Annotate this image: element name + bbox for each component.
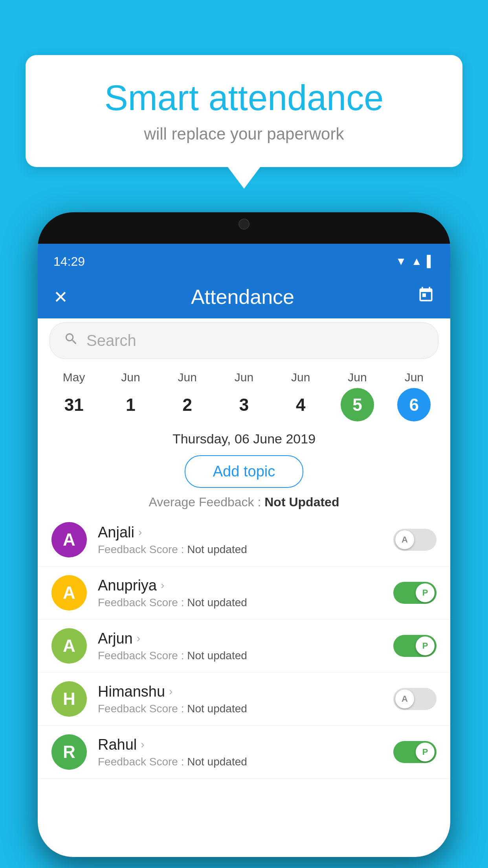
attendance-toggle[interactable]: A (393, 688, 437, 710)
toggle-knob: P (416, 583, 435, 602)
phone-frame: 14:29 ▼ ▲ ▌ ✕ Attendance S (38, 212, 450, 857)
student-avatar: H (51, 681, 87, 717)
date-col[interactable]: Jun 2 (171, 371, 204, 421)
date-month: Jun (235, 371, 253, 384)
bubble-title: Smart attendance (53, 79, 435, 118)
student-item[interactable]: A Anupriya › Feedback Score : Not update… (38, 566, 450, 620)
chevron-right-icon: › (169, 685, 172, 698)
student-list: A Anjali › Feedback Score : Not updated … (38, 513, 450, 779)
search-icon (64, 331, 79, 350)
speech-bubble-container: Smart attendance will replace your paper… (26, 55, 462, 167)
toggle-wrap[interactable]: A (393, 688, 437, 710)
date-col[interactable]: Jun 3 (227, 371, 261, 421)
toggle-knob: A (395, 530, 414, 549)
student-feedback: Feedback Score : Not updated (98, 649, 393, 662)
attendance-toggle[interactable]: P (393, 635, 437, 657)
student-item[interactable]: H Himanshu › Feedback Score : Not update… (38, 673, 450, 726)
toggle-wrap[interactable]: P (393, 741, 437, 763)
phone-camera (238, 219, 250, 230)
date-num[interactable]: 2 (171, 388, 204, 421)
status-bar: 14:29 ▼ ▲ ▌ (38, 244, 450, 275)
student-item[interactable]: R Rahul › Feedback Score : Not updated P (38, 726, 450, 779)
student-avatar: A (51, 575, 87, 611)
avg-feedback-label: Average Feedback : (149, 495, 261, 509)
student-avatar: A (51, 522, 87, 557)
student-info: Anupriya › Feedback Score : Not updated (98, 577, 393, 609)
student-feedback: Feedback Score : Not updated (98, 543, 393, 556)
student-name[interactable]: Anjali › (98, 524, 393, 541)
attendance-toggle[interactable]: P (393, 741, 437, 763)
selected-date: Thursday, 06 June 2019 (38, 431, 450, 447)
toggle-knob: A (395, 690, 414, 708)
date-num[interactable]: 31 (57, 388, 91, 421)
toggle-wrap[interactable]: P (393, 582, 437, 604)
date-num[interactable]: 5 (341, 388, 374, 421)
date-num[interactable]: 3 (227, 388, 261, 421)
student-avatar: R (51, 734, 87, 770)
date-month: May (63, 371, 85, 384)
phone-screen: 14:29 ▼ ▲ ▌ ✕ Attendance S (38, 244, 450, 857)
status-time: 14:29 (53, 254, 85, 269)
student-info: Arjun › Feedback Score : Not updated (98, 630, 393, 662)
student-name[interactable]: Himanshu › (98, 683, 393, 700)
student-info: Rahul › Feedback Score : Not updated (98, 736, 393, 768)
chevron-right-icon: › (137, 632, 140, 645)
student-feedback: Feedback Score : Not updated (98, 596, 393, 609)
speech-bubble: Smart attendance will replace your paper… (26, 55, 462, 167)
date-col[interactable]: Jun 1 (114, 371, 147, 421)
app-bar-title: Attendance (191, 285, 294, 309)
date-month: Jun (291, 371, 310, 384)
date-month: Jun (121, 371, 140, 384)
chevron-right-icon: › (138, 526, 142, 539)
wifi-icon: ▼ (396, 255, 407, 268)
student-feedback: Feedback Score : Not updated (98, 702, 393, 715)
date-col[interactable]: Jun 4 (284, 371, 317, 421)
date-col[interactable]: May 31 (57, 371, 91, 421)
student-name[interactable]: Anupriya › (98, 577, 393, 594)
date-col[interactable]: Jun 6 (397, 371, 431, 421)
signal-icon: ▲ (411, 255, 422, 268)
date-num[interactable]: 1 (114, 388, 147, 421)
date-num[interactable]: 4 (284, 388, 317, 421)
date-month: Jun (178, 371, 197, 384)
calendar-row: May 31 Jun 1 Jun 2 Jun 3 Jun 4 Jun 5 Jun… (38, 359, 450, 421)
bubble-subtitle: will replace your paperwork (53, 125, 435, 143)
chevron-right-icon: › (141, 738, 144, 751)
toggle-knob: P (416, 743, 435, 761)
avg-feedback-value: Not Updated (264, 495, 339, 509)
attendance-toggle[interactable]: P (393, 582, 437, 604)
date-col[interactable]: Jun 5 (341, 371, 374, 421)
student-name[interactable]: Arjun › (98, 630, 393, 647)
attendance-toggle[interactable]: A (393, 529, 437, 551)
date-month: Jun (405, 371, 424, 384)
student-feedback: Feedback Score : Not updated (98, 756, 393, 768)
student-item[interactable]: A Anjali › Feedback Score : Not updated … (38, 513, 450, 566)
student-info: Anjali › Feedback Score : Not updated (98, 524, 393, 556)
toggle-knob: P (416, 636, 435, 655)
date-month: Jun (348, 371, 367, 384)
student-info: Himanshu › Feedback Score : Not updated (98, 683, 393, 715)
student-item[interactable]: A Arjun › Feedback Score : Not updated P (38, 620, 450, 673)
date-num[interactable]: 6 (397, 388, 431, 421)
app-bar: ✕ Attendance (38, 275, 450, 318)
search-placeholder: Search (86, 332, 136, 349)
toggle-wrap[interactable]: P (393, 635, 437, 657)
calendar-icon[interactable] (417, 286, 435, 307)
add-topic-button[interactable]: Add topic (185, 455, 303, 488)
student-avatar: A (51, 628, 87, 664)
student-name[interactable]: Rahul › (98, 736, 393, 753)
close-icon[interactable]: ✕ (53, 287, 68, 307)
battery-icon: ▌ (427, 255, 435, 268)
avg-feedback: Average Feedback : Not Updated (38, 495, 450, 509)
status-icons: ▼ ▲ ▌ (396, 255, 435, 268)
search-bar[interactable]: Search (50, 322, 438, 359)
phone-notch (201, 212, 287, 234)
chevron-right-icon: › (161, 579, 164, 592)
toggle-wrap[interactable]: A (393, 529, 437, 551)
